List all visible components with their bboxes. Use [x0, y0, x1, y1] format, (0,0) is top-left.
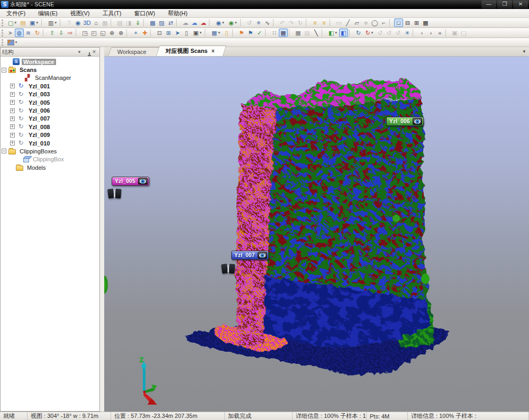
tree-item-scans[interactable]: Scans — [1, 66, 99, 74]
tree-item-clippingboxes[interactable]: ClippingBoxes — [1, 147, 99, 155]
home-view-button[interactable]: ⌂ — [92, 19, 101, 27]
restore-button[interactable]: ❐ — [497, 1, 512, 8]
walk-out-button[interactable]: ⇨ — [66, 29, 75, 37]
flag-blue-button[interactable]: ⚑ — [246, 29, 255, 37]
tab-overflow-icon[interactable]: ▼ — [519, 49, 529, 54]
tree-item-yzl-010[interactable]: ↻ Yzl_010 — [1, 139, 99, 147]
grid-view-button[interactable]: ▦ — [209, 29, 222, 37]
points-large-button[interactable]: ▦ — [279, 29, 288, 37]
fit-selection-button[interactable]: ▢ — [459, 29, 468, 37]
tree-item-yzl-008[interactable]: ↻ Yzl_008 — [1, 123, 99, 131]
import-button[interactable]: ⇓ — [133, 19, 142, 27]
scanner-model-yzl-005[interactable] — [107, 187, 122, 201]
view-3d-button[interactable]: 3D — [83, 19, 92, 27]
panel-close-icon[interactable]: ✕ — [90, 49, 98, 54]
toolbar-handle[interactable] — [2, 20, 4, 26]
new-project-button[interactable]: ▢ — [6, 19, 19, 27]
points-grid-button[interactable]: ▦ — [294, 29, 303, 37]
save-project-button[interactable]: ▣ — [28, 19, 40, 27]
print-button[interactable]: ▥ — [46, 19, 59, 27]
layer-list-button[interactable]: ≡ — [311, 19, 320, 27]
flag-orange-button[interactable]: ⚑ — [237, 29, 246, 37]
tree-expander-icon[interactable] — [10, 92, 15, 97]
sync-scans-button[interactable]: ↻ — [354, 29, 363, 37]
tree-expander-icon[interactable] — [10, 133, 15, 138]
unload-scans-button[interactable]: ↻ — [363, 29, 376, 37]
tree-expander-icon[interactable] — [10, 108, 15, 113]
doc-view-button[interactable]: ▯ — [182, 29, 191, 37]
export-view-button[interactable]: ▨ — [157, 19, 166, 27]
view-sphere-alt-button[interactable]: ⊗ — [116, 29, 125, 37]
video-view-button[interactable]: ▩ — [148, 19, 157, 27]
menu-view[interactable]: 视图(V) — [64, 9, 96, 18]
clip-add-button[interactable]: ⊞ — [164, 29, 173, 37]
menu-file[interactable]: 文件(F) — [0, 9, 32, 18]
scan-key-button[interactable]: ◉ — [214, 19, 226, 27]
minimize-button[interactable]: — — [481, 1, 496, 8]
clippingbox-new-button[interactable]: ◧ — [326, 29, 339, 37]
menu-edit[interactable]: 编辑(E) — [32, 9, 64, 18]
flag-check-button[interactable]: ✓ — [255, 29, 264, 37]
cloud-upload-button[interactable]: ☁ — [181, 19, 190, 27]
select-circle-button[interactable]: ○ — [361, 19, 370, 27]
view-cube-iso-button[interactable]: ◱ — [98, 29, 107, 37]
tab-workspace[interactable]: Workspace — [108, 47, 162, 56]
tree-expander-icon[interactable] — [2, 68, 6, 72]
fit-all-button[interactable]: ▣ — [450, 29, 459, 37]
tab-correspondence-scans[interactable]: 对应视图 Scans× — [156, 45, 227, 56]
select-polygon-button[interactable]: ▱ — [352, 19, 361, 27]
scan-thumbnail-button[interactable] — [6, 38, 19, 47]
select-line-button[interactable]: ╱ — [343, 19, 352, 27]
clippingbox-edit-button[interactable]: ◧ — [339, 29, 348, 37]
visibility-eye-icon[interactable] — [138, 178, 148, 185]
refresh-button[interactable]: ↺ — [245, 19, 254, 27]
scan-label-yzl-006[interactable]: Yzl_006 — [386, 117, 424, 126]
select-ellipse-button[interactable]: ◯ — [370, 19, 379, 27]
tree-expander-icon[interactable] — [10, 100, 15, 105]
walk-down-button[interactable]: ⇩ — [57, 29, 66, 37]
visibility-eye-icon[interactable] — [413, 118, 422, 125]
menu-help[interactable]: 帮助(H) — [161, 9, 194, 18]
zoom-point-button[interactable]: ⌖ — [131, 29, 140, 37]
toolbar-handle[interactable] — [2, 30, 4, 36]
points-image-button[interactable]: ▨ — [303, 29, 312, 37]
clipboard-button[interactable]: ◨ — [124, 19, 133, 27]
open-project-button[interactable]: ▤ — [19, 19, 28, 27]
window-cascade-button[interactable]: ⊟ — [403, 19, 412, 27]
scan-network-button[interactable]: ✳ — [403, 29, 412, 37]
tab-close-icon[interactable]: × — [212, 48, 215, 54]
clip-rect-button[interactable]: ⊡ — [155, 29, 164, 37]
scan-label-yzl-005[interactable]: Yzl_005 — [112, 177, 149, 186]
compass-button[interactable]: ✚ — [140, 29, 149, 37]
pin-scan-button[interactable]: ➤ — [173, 29, 182, 37]
transform-button[interactable]: ⇄ — [166, 19, 175, 27]
viewport-3d[interactable]: Z Yzl_006 — [104, 57, 529, 412]
window-single-button[interactable]: □ — [394, 19, 403, 27]
tree-item-yzl-003[interactable]: ↻ Yzl_003 — [1, 90, 99, 98]
walk-up-button[interactable]: ⇧ — [48, 29, 57, 37]
tree-expander-icon[interactable] — [10, 116, 15, 121]
fly-mode-button[interactable]: ◍ — [15, 29, 24, 37]
view-cube-left-button[interactable]: ◰ — [89, 29, 98, 37]
panel-dropdown-icon[interactable]: ▾ — [76, 49, 83, 54]
rotate-reset-button[interactable]: ↺ — [394, 29, 403, 37]
sheet-new-button[interactable]: ▯ — [222, 29, 231, 37]
nav-forward-button[interactable]: › — [426, 29, 435, 37]
window-tile-button[interactable]: ⊞ — [412, 19, 421, 27]
tree-expander-icon[interactable] — [10, 141, 15, 145]
panel-splitter[interactable] — [100, 47, 104, 412]
history-button[interactable]: ↻ — [296, 19, 305, 27]
tree-item-yzl-009[interactable]: ↻ Yzl_009 — [1, 131, 99, 139]
undo-button[interactable]: ↶ — [278, 19, 287, 27]
paste-button[interactable]: ▧ — [115, 19, 124, 27]
menu-tools[interactable]: 工具(T) — [96, 9, 127, 18]
nav-rewind-button[interactable]: « — [435, 29, 444, 37]
scanner-model-yzl-007[interactable] — [221, 262, 236, 276]
correspondence-button[interactable]: ✳ — [254, 19, 263, 27]
tree-item-workspace[interactable]: S Workspace — [1, 58, 99, 66]
share-scans-button[interactable]: ◉ — [74, 19, 83, 27]
window-tabbed-button[interactable]: ▦ — [421, 19, 430, 27]
ruler-button[interactable]: ╲ — [312, 29, 321, 37]
layer-edit-button[interactable]: ≡ — [320, 19, 329, 27]
tree-expander-icon[interactable] — [10, 84, 15, 88]
